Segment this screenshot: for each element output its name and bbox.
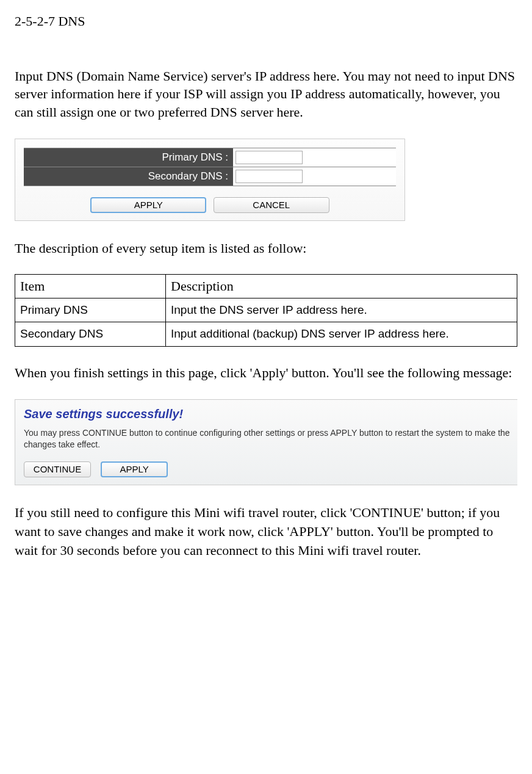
final-paragraph: If you still need to configure this Mini… [15,504,517,560]
section-title: 2-5-2-7 DNS [15,12,517,31]
save-settings-box: Save settings successfully! You may pres… [15,399,517,486]
intro-paragraph: Input DNS (Domain Name Service) server's… [15,67,517,121]
table-row: Primary DNS Input the DNS server IP addr… [15,298,517,322]
secondary-dns-input-cell [233,167,396,186]
secondary-dns-label: Secondary DNS : [24,167,233,186]
primary-dns-row: Primary DNS : [24,148,396,167]
item-cell: Primary DNS [15,298,166,322]
desc-cell: Input the DNS server IP address here. [166,298,517,322]
apply-paragraph: When you finish settings in this page, c… [15,364,517,382]
description-intro: The description of every setup item is l… [15,239,517,258]
secondary-dns-row: Secondary DNS : [24,167,396,186]
apply-button[interactable]: APPLY [101,461,168,477]
save-text: You may press CONTINUE button to continu… [24,427,517,451]
save-title: Save settings successfully! [24,406,517,422]
primary-dns-label: Primary DNS : [24,148,233,167]
desc-cell: Input additional (backup) DNS server IP … [166,322,517,346]
header-description: Description [166,275,517,298]
header-item: Item [15,275,166,298]
primary-dns-input[interactable] [235,151,303,164]
dns-form: Primary DNS : Secondary DNS : APPLY CANC… [15,139,405,221]
continue-button[interactable]: CONTINUE [24,461,91,477]
dns-form-buttons: APPLY CANCEL [24,195,396,213]
description-table: Item Description Primary DNS Input the D… [15,274,517,346]
primary-dns-input-cell [233,148,396,167]
table-row: Secondary DNS Input additional (backup) … [15,322,517,346]
cancel-button[interactable]: CANCEL [214,197,329,213]
item-cell: Secondary DNS [15,322,166,346]
secondary-dns-input[interactable] [235,170,303,183]
apply-button[interactable]: APPLY [90,197,206,213]
table-header-row: Item Description [15,275,517,298]
